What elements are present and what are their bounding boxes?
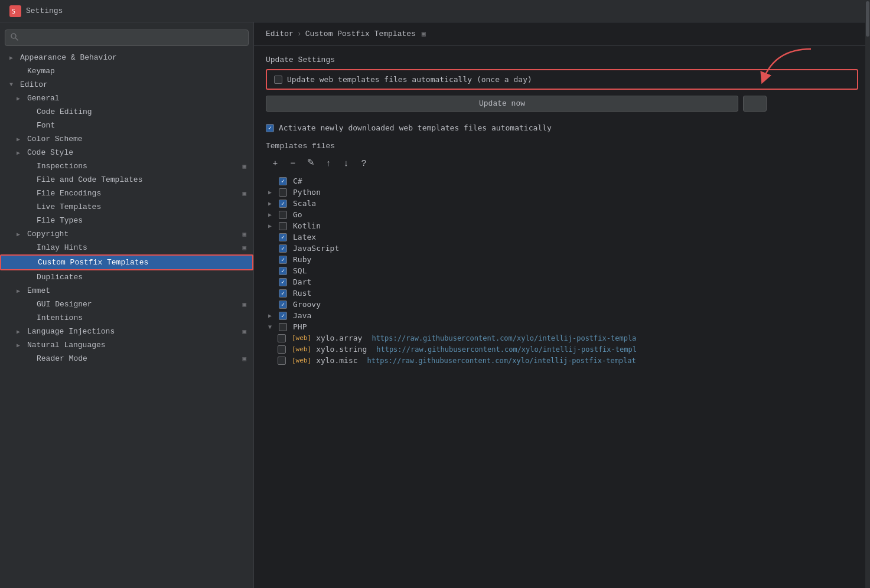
java-checkbox[interactable]: ✓ <box>279 312 287 320</box>
rust-checkbox[interactable]: ✓ <box>279 289 287 298</box>
latex-checkbox[interactable]: ✓ <box>279 233 287 241</box>
settings-icon: ▣ <box>422 30 426 38</box>
nav-item[interactable]: ▶ General <box>0 92 253 105</box>
tree-item-scala[interactable]: ▶ ✓ Scala <box>266 198 858 209</box>
tree-item-javascript[interactable]: ✓ JavaScript <box>266 243 858 254</box>
content-body: Update Settings Update web templates fil… <box>254 46 870 588</box>
tree-item-go[interactable]: ▶ Go <box>266 209 858 220</box>
sidebar-item-label: Inlay Hints <box>37 243 240 252</box>
nav-item[interactable]: ▼ Editor <box>0 78 253 92</box>
sidebar-item-label: Font <box>37 121 246 130</box>
nav-item[interactable]: ▶ Copyright ▣ <box>0 227 253 241</box>
update-auto-checkbox[interactable] <box>274 76 282 84</box>
sidebar-item-label: File Encodings <box>37 189 240 198</box>
chevron-down-icon: ▼ <box>9 81 18 88</box>
help-button[interactable]: ? <box>357 155 371 169</box>
nav-item-custom-postfix-templates[interactable]: Custom Postfix Templates <box>0 254 253 270</box>
kotlin-checkbox[interactable] <box>279 222 287 230</box>
move-up-button[interactable]: ↑ <box>321 155 335 169</box>
scrollbar-thumb[interactable] <box>866 22 869 37</box>
nav-item[interactable]: ▶ Code Style <box>0 146 253 159</box>
edit-template-button[interactable]: ✎ <box>304 155 318 169</box>
nav-item[interactable]: ▶ Appearance & Behavior <box>0 51 253 64</box>
settings-badge: ▣ <box>242 162 246 170</box>
tree-item-rust[interactable]: ✓ Rust <box>266 288 858 299</box>
settings-badge: ▣ <box>242 328 246 335</box>
tree-label: C# <box>293 177 302 185</box>
web-tag: [web] <box>292 334 311 342</box>
sql-checkbox[interactable]: ✓ <box>279 267 287 275</box>
csharp-checkbox[interactable]: ✓ <box>279 177 287 185</box>
tree-label: Ruby <box>293 255 311 264</box>
nav-item[interactable]: Font <box>0 119 253 132</box>
tree-item-ruby[interactable]: ✓ Ruby <box>266 254 858 265</box>
python-checkbox[interactable] <box>279 188 287 197</box>
scrollbar[interactable] <box>865 22 870 588</box>
web-tag: [web] <box>292 357 311 364</box>
javascript-checkbox[interactable]: ✓ <box>279 244 287 253</box>
chevron-right-icon: ▶ <box>17 136 25 143</box>
nav-item[interactable]: Live Templates <box>0 200 253 214</box>
nav-item[interactable]: Inlay Hints ▣ <box>0 241 253 254</box>
tree-label: PHP <box>293 322 307 331</box>
nav-item[interactable]: Intentions <box>0 311 253 325</box>
php-checkbox[interactable] <box>279 323 287 331</box>
nav-item[interactable]: ▶ Language Injections ▣ <box>0 325 253 338</box>
nav-item[interactable]: Reader Mode ▣ <box>0 352 253 365</box>
tree-item-php-xylo-string[interactable]: [web] xylo.string https://raw.githubuser… <box>266 344 858 355</box>
nav-item[interactable]: File and Code Templates <box>0 173 253 187</box>
go-checkbox[interactable] <box>279 211 287 219</box>
tree-item-python[interactable]: ▶ Python <box>266 187 858 198</box>
nav-item[interactable]: ▶ Emmet <box>0 284 253 298</box>
nav-item[interactable]: Inspections ▣ <box>0 159 253 173</box>
php-xylo-array-checkbox[interactable] <box>278 334 286 342</box>
chevron-right-icon: ▶ <box>268 223 276 229</box>
nav-item[interactable]: GUI Designer ▣ <box>0 298 253 311</box>
activate-checkbox[interactable]: ✓ <box>266 124 274 132</box>
search-input[interactable] <box>22 34 243 43</box>
content-panel: Editor › Custom Postfix Templates ▣ Upda… <box>254 22 870 588</box>
scala-checkbox[interactable]: ✓ <box>279 200 287 208</box>
chevron-right-icon: ▶ <box>17 342 25 349</box>
php-xylo-misc-checkbox[interactable] <box>278 357 286 365</box>
tree-label: Dart <box>293 277 311 286</box>
sidebar-item-label: Appearance & Behavior <box>20 53 246 62</box>
search-box[interactable] <box>5 30 249 46</box>
tree-item-php-xylo-misc[interactable]: [web] xylo.misc https://raw.githubuserco… <box>266 355 858 366</box>
sidebar-item-label: File Types <box>37 216 246 225</box>
breadcrumb: Editor › Custom Postfix Templates ▣ <box>254 22 870 46</box>
remove-template-button[interactable]: − <box>286 155 300 169</box>
nav-item[interactable]: ▶ Natural Languages <box>0 338 253 352</box>
breadcrumb-part-2: Custom Postfix Templates <box>305 30 416 38</box>
move-down-button[interactable]: ↓ <box>339 155 353 169</box>
nav-item[interactable]: ▶ Color Scheme <box>0 132 253 146</box>
tree-item-java[interactable]: ▶ ✓ Java <box>266 310 858 321</box>
nav-item[interactable]: Code Editing <box>0 105 253 119</box>
tree-item-php-xylo-array[interactable]: [web] xylo.array https://raw.githubuserc… <box>266 332 858 344</box>
tree-item-dart[interactable]: ✓ Dart <box>266 276 858 288</box>
dart-checkbox[interactable]: ✓ <box>279 278 287 286</box>
window-title: Settings <box>26 6 63 15</box>
tree-item-groovy[interactable]: ✓ Groovy <box>266 299 858 310</box>
nav-item[interactable]: File Encodings ▣ <box>0 187 253 200</box>
tree-item-sql[interactable]: ✓ SQL <box>266 265 858 276</box>
tree-item-latex[interactable]: ✓ Latex <box>266 231 858 243</box>
update-now-button[interactable]: Update now <box>266 96 738 112</box>
nav-item[interactable]: Duplicates <box>0 270 253 284</box>
chevron-right-icon: ▶ <box>17 95 25 102</box>
groovy-checkbox[interactable]: ✓ <box>279 300 287 309</box>
php-xylo-string-checkbox[interactable] <box>278 345 286 354</box>
nav-item[interactable]: Keymap <box>0 64 253 78</box>
sidebar-item-label: Natural Languages <box>27 341 246 349</box>
chevron-right-icon: ▶ <box>9 54 18 61</box>
tree-item-php[interactable]: ▼ PHP <box>266 321 858 332</box>
tree-label: Scala <box>293 199 316 208</box>
update-now-button-extra[interactable] <box>743 96 767 112</box>
chevron-right-icon: ▶ <box>268 200 276 207</box>
nav-item[interactable]: File Types <box>0 214 253 227</box>
ruby-checkbox[interactable]: ✓ <box>279 256 287 264</box>
tree-item-kotlin[interactable]: ▶ Kotlin <box>266 220 858 231</box>
sidebar-item-label: Language Injections <box>27 327 240 336</box>
add-template-button[interactable]: + <box>268 155 282 169</box>
tree-item-csharp[interactable]: ✓ C# <box>266 175 858 187</box>
